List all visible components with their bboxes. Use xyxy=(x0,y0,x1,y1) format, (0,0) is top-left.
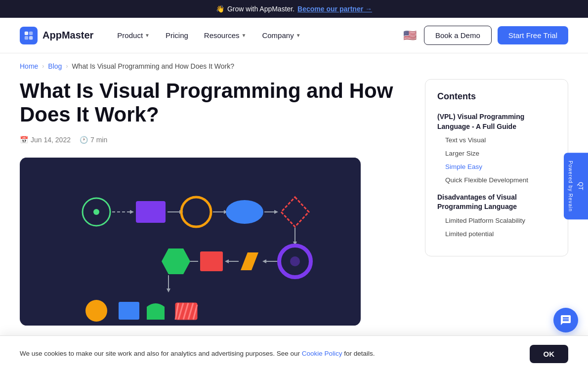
language-selector[interactable]: 🇺🇸 xyxy=(402,28,418,43)
banner-text: Grow with AppMaster. xyxy=(227,5,294,13)
nav-product[interactable]: Product ▼ xyxy=(111,27,156,43)
revain-rating: QT xyxy=(577,182,584,190)
top-banner: 👋 Grow with AppMaster. Become our partne… xyxy=(0,0,588,18)
contents-sub-limited-potential[interactable]: Limited potential xyxy=(437,228,556,241)
resources-chevron-icon: ▼ xyxy=(242,33,247,38)
svg-rect-4 xyxy=(22,158,358,326)
start-trial-button[interactable]: Start Free Trial xyxy=(498,26,568,44)
header-right: 🇺🇸 Book a Demo Start Free Trial xyxy=(402,26,568,45)
partner-link[interactable]: Become our partner → xyxy=(297,5,372,13)
product-chevron-icon: ▼ xyxy=(145,33,150,38)
header-left: AppMaster Product ▼ Pricing Resources ▼ … xyxy=(20,27,307,44)
contents-section-1: (VPL) Visual Programming Language - A Fu… xyxy=(437,110,556,187)
svg-rect-9 xyxy=(136,201,166,223)
logo[interactable]: AppMaster xyxy=(20,27,93,44)
article-title: What Is Visual Programming and How Does … xyxy=(20,79,405,127)
main-nav: Product ▼ Pricing Resources ▼ Company ▼ xyxy=(111,27,306,43)
contents-title: Contents xyxy=(437,91,556,102)
header: AppMaster Product ▼ Pricing Resources ▼ … xyxy=(0,18,588,53)
nav-pricing[interactable]: Pricing xyxy=(160,27,194,43)
clock-icon: 🕐 xyxy=(80,136,88,144)
svg-rect-1 xyxy=(29,31,33,35)
cookie-text: We use cookies to make our site work and… xyxy=(20,349,375,355)
main-layout: What Is Visual Programming and How Does … xyxy=(0,79,588,355)
shapes-diagram xyxy=(20,158,361,326)
breadcrumb-sep-2: › xyxy=(66,63,68,70)
breadcrumb: Home › Blog › What Is Visual Programming… xyxy=(0,53,588,79)
svg-rect-36 xyxy=(147,313,165,320)
calendar-icon: 📅 xyxy=(20,136,28,144)
logo-icon xyxy=(20,27,38,44)
article-meta: 📅 Jun 14, 2022 🕐 7 min xyxy=(20,136,405,144)
svg-rect-2 xyxy=(25,36,28,39)
svg-rect-0 xyxy=(25,31,28,35)
contents-section-2-link[interactable]: Disadvantages of Visual Programming Lang… xyxy=(437,190,556,214)
contents-section-2: Disadvantages of Visual Programming Lang… xyxy=(437,190,556,241)
svg-rect-28 xyxy=(200,251,223,271)
logo-text: AppMaster xyxy=(42,30,93,41)
svg-rect-35 xyxy=(119,302,139,320)
chat-button[interactable] xyxy=(553,308,578,332)
article-hero-image xyxy=(20,158,361,326)
breadcrumb-blog[interactable]: Blog xyxy=(48,62,62,70)
breadcrumb-home[interactable]: Home xyxy=(20,62,38,70)
sidebar: Contents (VPL) Visual Programming Langua… xyxy=(425,79,568,256)
contents-sub-quick-flexible[interactable]: Quick Flexible Development xyxy=(437,174,556,187)
contents-section-1-link[interactable]: (VPL) Visual Programming Language - A Fu… xyxy=(437,110,556,134)
svg-point-22 xyxy=(290,256,300,266)
contents-sub-larger-size[interactable]: Larger Size xyxy=(437,147,556,161)
svg-point-15 xyxy=(226,200,263,224)
nav-resources[interactable]: Resources ▼ xyxy=(198,27,252,43)
contents-sub-limited-platform[interactable]: Limited Platform Scalability xyxy=(437,214,556,228)
cookie-ok-button[interactable]: OK xyxy=(530,345,569,355)
book-demo-button[interactable]: Book a Demo xyxy=(424,26,492,45)
contents-sub-simple-easy[interactable]: Simple Easy xyxy=(437,161,556,174)
breadcrumb-sep-1: › xyxy=(42,63,44,70)
contents-sub-text-vs-visual[interactable]: Text vs Visual xyxy=(437,134,556,147)
revain-widget[interactable]: QT Powered by Revain xyxy=(564,153,588,220)
breadcrumb-current: What Is Visual Programming and How Does … xyxy=(72,62,234,70)
banner-emoji: 👋 xyxy=(216,5,224,13)
cookie-policy-link[interactable]: Cookie Policy xyxy=(302,350,342,355)
cookie-banner: We use cookies to make our site work and… xyxy=(0,335,588,355)
article-content: What Is Visual Programming and How Does … xyxy=(20,79,405,326)
article-date: 📅 Jun 14, 2022 xyxy=(20,136,71,144)
article-read-time: 🕐 7 min xyxy=(80,136,107,144)
nav-company[interactable]: Company ▼ xyxy=(256,27,306,43)
svg-point-34 xyxy=(85,300,107,322)
svg-point-6 xyxy=(93,209,99,215)
company-chevron-icon: ▼ xyxy=(296,33,301,38)
contents-box: Contents (VPL) Visual Programming Langua… xyxy=(425,79,568,256)
revain-label: Powered by Revain xyxy=(568,161,573,212)
svg-rect-3 xyxy=(29,36,33,39)
